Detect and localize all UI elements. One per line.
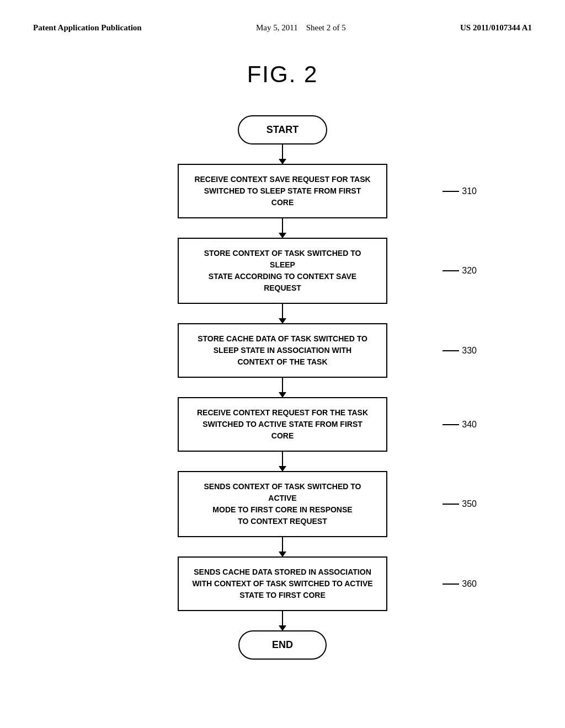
step-320-box: STORE CONTEXT OF TASK SWITCHED TO SLEEPS… <box>178 238 387 304</box>
step-330-wrapper: STORE CACHE DATA OF TASK SWITCHED TOSLEE… <box>33 323 532 378</box>
arrow-4 <box>282 378 283 397</box>
step-310-label: 310 <box>443 186 477 196</box>
step-320-label: 320 <box>443 266 477 276</box>
arrow-3 <box>282 304 283 323</box>
start-node: START <box>238 115 328 144</box>
header-publication-label: Patent Application Publication <box>33 22 142 34</box>
step-330-label: 330 <box>443 346 477 356</box>
step-340-label: 340 <box>443 420 477 430</box>
step-350-box: SENDS CONTEXT OF TASK SWITCHED TO ACTIVE… <box>178 471 387 537</box>
header-date-sheet: May 5, 2011 Sheet 2 of 5 <box>256 22 346 34</box>
arrow-7 <box>282 611 283 630</box>
figure-title: FIG. 2 <box>0 61 565 88</box>
step-350-wrapper: SENDS CONTEXT OF TASK SWITCHED TO ACTIVE… <box>33 471 532 537</box>
flowchart: START RECEIVE CONTEXT SAVE REQUEST FOR T… <box>0 115 565 660</box>
step-330-box: STORE CACHE DATA OF TASK SWITCHED TOSLEE… <box>178 323 387 378</box>
arrow-5 <box>282 452 283 471</box>
step-340-wrapper: RECEIVE CONTEXT REQUEST FOR THE TASKSWIT… <box>33 397 532 452</box>
header-patent-number: US 2011/0107344 A1 <box>460 22 532 34</box>
arrow-2 <box>282 218 283 238</box>
step-340-box: RECEIVE CONTEXT REQUEST FOR THE TASKSWIT… <box>178 397 387 452</box>
step-310-wrapper: RECEIVE CONTEXT SAVE REQUEST FOR TASKSWI… <box>33 164 532 218</box>
arrow-1 <box>282 144 283 164</box>
page: Patent Application Publication May 5, 20… <box>0 0 565 728</box>
step-360-box: SENDS CACHE DATA STORED IN ASSOCIATIONWI… <box>178 556 387 611</box>
step-320-wrapper: STORE CONTEXT OF TASK SWITCHED TO SLEEPS… <box>33 238 532 304</box>
step-310-box: RECEIVE CONTEXT SAVE REQUEST FOR TASKSWI… <box>178 164 387 218</box>
step-350-label: 350 <box>443 499 477 509</box>
step-360-label: 360 <box>443 579 477 589</box>
end-node: END <box>238 630 327 660</box>
step-360-wrapper: SENDS CACHE DATA STORED IN ASSOCIATIONWI… <box>33 556 532 611</box>
arrow-6 <box>282 537 283 556</box>
header: Patent Application Publication May 5, 20… <box>0 0 565 45</box>
